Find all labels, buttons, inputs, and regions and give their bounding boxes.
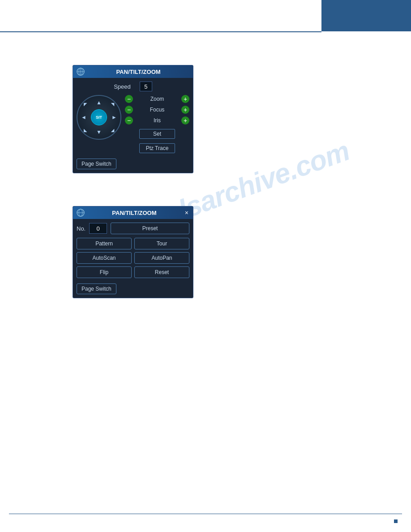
pattern-button[interactable]: Pattern — [77, 238, 132, 249]
dpad-downright-arrow: ◢ — [111, 128, 114, 133]
main-controls-row: ▲ ▼ ◄ ► ◤ ◥ ◣ ◢ SIT − Zoom + — [77, 95, 189, 153]
speed-row: Speed 5 — [77, 82, 189, 91]
dpad-upright-arrow: ◥ — [111, 102, 114, 107]
dpad-down-arrow: ▼ — [96, 129, 102, 135]
dpad-left-arrow: ◄ — [81, 114, 86, 120]
dpad-circle[interactable]: ▲ ▼ ◄ ► ◤ ◥ ◣ ◢ SIT — [77, 95, 121, 140]
iris-plus-button[interactable]: + — [181, 116, 189, 124]
iris-label: Iris — [136, 117, 179, 124]
page-switch-row-2: Page Switch — [77, 282, 189, 294]
dpad-center-button[interactable]: SIT — [91, 109, 107, 125]
ptz-button-grid: Pattern Tour AutoScan AutoPan Flip Reset — [77, 238, 189, 278]
dpad-upleft-arrow: ◤ — [84, 102, 87, 107]
ptz-panel-main-header: PAN/TILT/ZOOM — [73, 65, 193, 78]
no-input[interactable]: 0 — [89, 223, 107, 234]
bottom-right-mark — [394, 519, 398, 523]
dpad-right-arrow: ► — [111, 114, 117, 120]
bottom-line — [9, 514, 402, 514]
ptz-trace-button[interactable]: Ptz Trace — [139, 143, 175, 153]
page-switch-row-1: Page Switch — [77, 157, 189, 169]
globe-icon-2 — [77, 209, 85, 217]
close-button[interactable]: × — [184, 209, 189, 216]
ptz-panel-main-title: PAN/TILT/ZOOM — [87, 69, 189, 75]
top-line — [0, 31, 321, 32]
tour-button[interactable]: Tour — [134, 238, 189, 249]
preset-button[interactable]: Preset — [111, 223, 189, 234]
zoom-row: − Zoom + — [125, 95, 189, 103]
focus-plus-button[interactable]: + — [181, 106, 189, 114]
set-button[interactable]: Set — [139, 129, 175, 139]
ptz-panel-secondary: PAN/TILT/ZOOM × No. 0 Preset Pattern Tou… — [73, 206, 193, 298]
dpad-downleft-arrow: ◣ — [84, 128, 87, 133]
focus-row: − Focus + — [125, 106, 189, 114]
flip-button[interactable]: Flip — [77, 266, 132, 278]
speed-label: Speed — [114, 83, 131, 90]
reset-button[interactable]: Reset — [134, 266, 189, 278]
zoom-plus-button[interactable]: + — [181, 95, 189, 103]
dpad: ▲ ▼ ◄ ► ◤ ◥ ◣ ◢ SIT — [77, 95, 121, 140]
iris-row: − Iris + — [125, 116, 189, 124]
zoom-label: Zoom — [136, 96, 179, 102]
top-right-bar — [321, 0, 411, 31]
autopan-button[interactable]: AutoPan — [134, 252, 189, 264]
focus-minus-button[interactable]: − — [125, 106, 133, 114]
ptz-panel-secondary-header: PAN/TILT/ZOOM × — [73, 206, 193, 219]
autoscan-button[interactable]: AutoScan — [77, 252, 132, 264]
focus-label: Focus — [136, 107, 179, 113]
speed-value: 5 — [140, 82, 152, 91]
page-switch-button-1[interactable]: Page Switch — [77, 159, 116, 169]
iris-minus-button[interactable]: − — [125, 116, 133, 124]
zoom-minus-button[interactable]: − — [125, 95, 133, 103]
ptz-panel-main: PAN/TILT/ZOOM Speed 5 ▲ ▼ ◄ ► ◤ ◥ ◣ ◢ SI… — [73, 65, 193, 173]
no-label: No. — [77, 225, 86, 232]
ptz-panel-secondary-title: PAN/TILT/ZOOM — [87, 210, 181, 216]
globe-icon — [77, 68, 85, 76]
zoom-focus-iris-controls: − Zoom + − Focus + − Iris + Set Ptz Trac… — [125, 95, 189, 153]
page-switch-button-2[interactable]: Page Switch — [77, 283, 116, 294]
dpad-up-arrow: ▲ — [96, 99, 102, 106]
